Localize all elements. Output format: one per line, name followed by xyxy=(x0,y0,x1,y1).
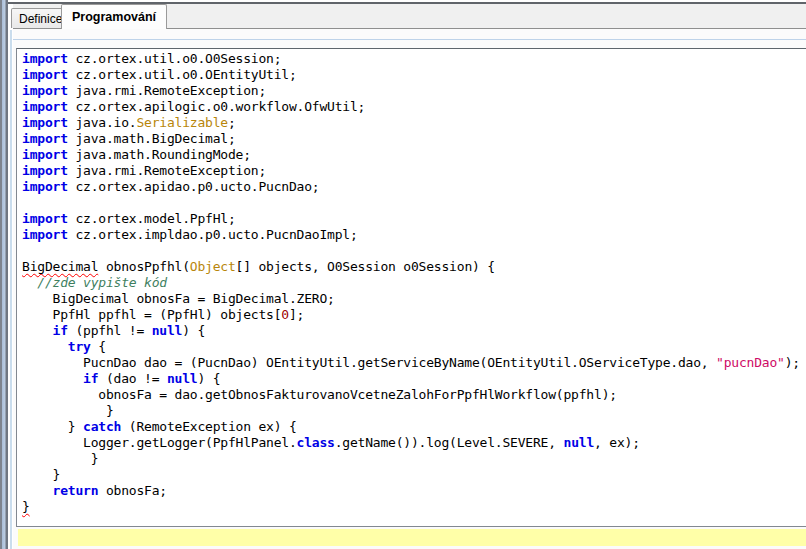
code-line: if (dao != null) { xyxy=(22,371,806,387)
code-line: import cz.ortex.util.o0.O0Session; xyxy=(22,51,806,67)
code-line: //zde vypište kód xyxy=(22,275,806,291)
code-line: } xyxy=(22,467,806,483)
code-line: obnosFa = dao.getObnosFakturovanoVcetneZ… xyxy=(22,387,806,403)
left-blue-line xyxy=(10,30,12,549)
code-line: import java.rmi.RemoteException; xyxy=(22,163,806,179)
code-line: Logger.getLogger(PpfHlPanel.class.getNam… xyxy=(22,435,806,451)
code-line: if (ppfhl != null) { xyxy=(22,323,806,339)
code-line: import java.math.RoundingMode; xyxy=(22,147,806,163)
code-line: import cz.ortex.apidao.p0.ucto.PucnDao; xyxy=(22,179,806,195)
code-line: import java.io.Serializable; xyxy=(22,115,806,131)
code-line: import java.rmi.RemoteException; xyxy=(22,83,806,99)
code-line xyxy=(22,243,806,259)
code-line: PucnDao dao = (PucnDao) OEntityUtil.getS… xyxy=(22,355,806,371)
code-line: import cz.ortex.model.PpfHl; xyxy=(22,211,806,227)
code-line: import cz.ortex.impldao.p0.ucto.PucnDaoI… xyxy=(22,227,806,243)
code-line: BigDecimal obnosPpfhl(Object[] objects, … xyxy=(22,259,806,275)
code-line xyxy=(22,195,806,211)
code-line: try { xyxy=(22,339,806,355)
vertical-splitter[interactable] xyxy=(0,0,8,549)
code-line: } xyxy=(22,403,806,419)
code-line: return obnosFa; xyxy=(22,483,806,499)
code-line: import cz.ortex.apilogic.o0.workflow.Ofw… xyxy=(22,99,806,115)
code-line: } catch (RemoteException ex) { xyxy=(22,419,806,435)
code-line: } xyxy=(22,499,806,515)
code-line: } xyxy=(22,451,806,467)
code-line: BigDecimal obnosFa = BigDecimal.ZERO; xyxy=(22,291,806,307)
code-line: import java.math.BigDecimal; xyxy=(22,131,806,147)
code-line: PpfHl ppfhl = (PpfHl) objects[0]; xyxy=(22,307,806,323)
content-inner-border xyxy=(13,39,806,40)
code-editor[interactable]: import cz.ortex.util.o0.O0Session;import… xyxy=(16,48,806,527)
tab-programovani[interactable]: Programování xyxy=(61,4,167,29)
highlight-bar xyxy=(18,529,806,546)
code-line: import cz.ortex.util.o0.OEntityUtil; xyxy=(22,67,806,83)
